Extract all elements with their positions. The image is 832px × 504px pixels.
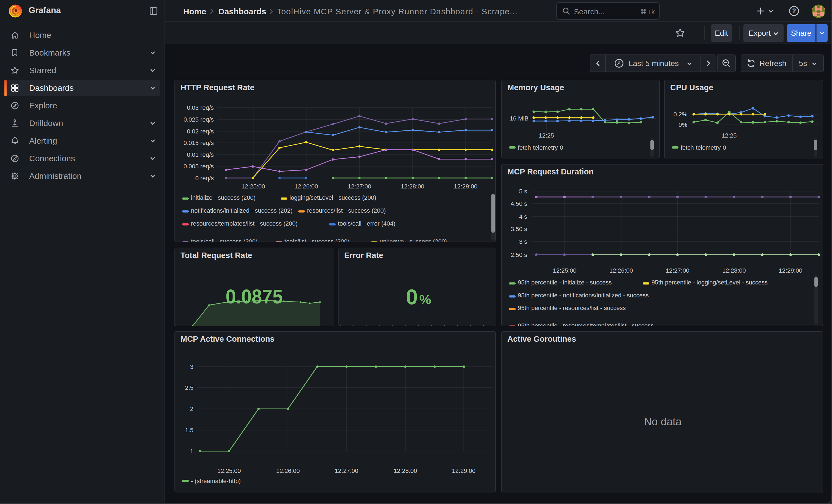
svg-text:- (streamable-http): - (streamable-http) bbox=[191, 478, 241, 484]
svg-text:12:29:00: 12:29:00 bbox=[454, 183, 478, 190]
svg-text:0.01 req/s: 0.01 req/s bbox=[187, 151, 214, 158]
svg-text:4 s: 4 s bbox=[519, 213, 527, 220]
svg-text:12:29:00: 12:29:00 bbox=[452, 468, 476, 474]
svg-text:12:26:00: 12:26:00 bbox=[276, 468, 300, 474]
svg-text:logging/setLevel - success (20: logging/setLevel - success (200) bbox=[289, 194, 376, 201]
svg-text:4.50 s: 4.50 s bbox=[511, 200, 527, 207]
svg-text:0.025 req/s: 0.025 req/s bbox=[183, 116, 214, 123]
svg-text:2.5: 2.5 bbox=[185, 384, 193, 391]
svg-text:2.50 s: 2.50 s bbox=[511, 251, 527, 258]
svg-text:resources/list - success (200): resources/list - success (200) bbox=[307, 207, 386, 214]
svg-text:12:27:00: 12:27:00 bbox=[348, 183, 371, 190]
svg-text:0.015 req/s: 0.015 req/s bbox=[183, 139, 214, 147]
svg-text:5 s: 5 s bbox=[519, 188, 527, 194]
svg-text:3: 3 bbox=[190, 364, 193, 370]
svg-text:16 MiB: 16 MiB bbox=[510, 115, 528, 122]
svg-text:12:27:00: 12:27:00 bbox=[335, 468, 359, 474]
svg-text:0.005 req/s: 0.005 req/s bbox=[183, 163, 214, 170]
svg-text:notifications/initialized - su: notifications/initialized - success (202… bbox=[191, 207, 292, 214]
svg-text:12:26:00: 12:26:00 bbox=[294, 183, 318, 190]
svg-text:12:26:00: 12:26:00 bbox=[609, 267, 633, 274]
svg-text:tools/list - success (200): tools/list - success (200) bbox=[285, 238, 349, 242]
svg-text:95th percentile - logging/setL: 95th percentile - logging/setLevel - suc… bbox=[651, 279, 768, 286]
svg-text:fetch-telemetry-0: fetch-telemetry-0 bbox=[681, 144, 726, 151]
svg-text:2: 2 bbox=[190, 405, 193, 413]
svg-text:0: 0 bbox=[406, 285, 417, 309]
svg-text:1: 1 bbox=[190, 448, 193, 455]
svg-text:3 s: 3 s bbox=[519, 238, 527, 245]
svg-text:12:27:00: 12:27:00 bbox=[666, 267, 690, 274]
svg-text:12:28:00: 12:28:00 bbox=[401, 183, 424, 190]
svg-text:initialize - success (200): initialize - success (200) bbox=[191, 194, 256, 201]
svg-text:tools/call - error (404): tools/call - error (404) bbox=[338, 220, 395, 227]
svg-text:1.5: 1.5 bbox=[185, 427, 193, 433]
svg-text:12:25:00: 12:25:00 bbox=[217, 468, 241, 474]
svg-text:%: % bbox=[419, 292, 431, 307]
svg-text:tools/call - success (200): tools/call - success (200) bbox=[191, 238, 258, 242]
svg-text:0.03 req/s: 0.03 req/s bbox=[187, 104, 214, 111]
svg-text:unknown - success (200): unknown - success (200) bbox=[380, 238, 447, 242]
svg-text:12:25: 12:25 bbox=[721, 132, 736, 139]
svg-text:3.50 s: 3.50 s bbox=[511, 225, 527, 232]
svg-text:95th percentile - initialize -: 95th percentile - initialize - success bbox=[518, 279, 612, 286]
svg-text:12:25: 12:25 bbox=[539, 132, 554, 139]
svg-text:?: ? bbox=[792, 7, 796, 15]
svg-text:0 req/s: 0 req/s bbox=[196, 175, 214, 182]
svg-text:12:29:00: 12:29:00 bbox=[779, 267, 803, 274]
svg-text:0.2%: 0.2% bbox=[674, 111, 687, 118]
svg-text:0.02 req/s: 0.02 req/s bbox=[187, 128, 214, 135]
svg-text:0%: 0% bbox=[678, 121, 687, 128]
svg-text:12:25:00: 12:25:00 bbox=[241, 183, 265, 190]
svg-text:95th percentile - resources/te: 95th percentile - resources/templates/li… bbox=[518, 322, 654, 326]
svg-text:95th percentile - notification: 95th percentile - notifications/initiali… bbox=[518, 292, 649, 298]
svg-text:95th percentile - resources/li: 95th percentile - resources/list - succe… bbox=[518, 304, 626, 311]
svg-text:resources/templates/list - suc: resources/templates/list - success (200) bbox=[191, 220, 298, 227]
svg-text:12:28:00: 12:28:00 bbox=[722, 267, 746, 274]
svg-text:12:28:00: 12:28:00 bbox=[393, 468, 417, 474]
svg-text:12:25:00: 12:25:00 bbox=[553, 267, 577, 274]
svg-text:0.0875: 0.0875 bbox=[226, 285, 283, 307]
svg-text:fetch-telemetry-0: fetch-telemetry-0 bbox=[518, 144, 563, 151]
